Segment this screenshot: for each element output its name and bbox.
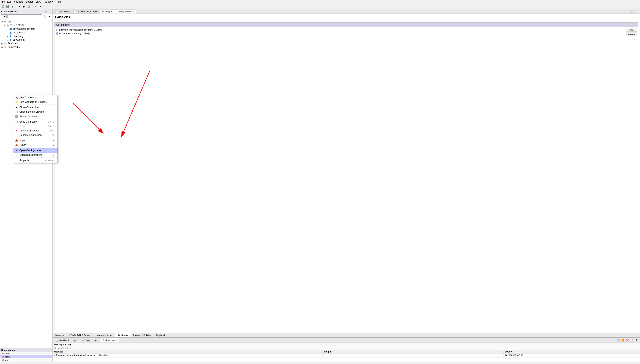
ctx-open-config[interactable]: ⚙ Open Configuration <box>13 148 58 153</box>
menu-help[interactable]: Help <box>56 0 61 3</box>
menu-ldap[interactable]: LDAP <box>36 0 42 3</box>
toolbar-forward[interactable]: ▶ <box>22 4 26 8</box>
log-btn-4[interactable]: 💾 <box>630 338 634 342</box>
config-tab-password[interactable]: Password Policies <box>131 333 154 337</box>
log-btn-5[interactable]: 🗑 <box>634 338 638 342</box>
partitions-body: All Partitions 🗄 example (dc=example,dc=… <box>53 21 640 333</box>
toolbar-back[interactable]: ◀ <box>17 4 21 8</box>
ctx-paste[interactable]: Paste Ctrl+V <box>13 124 58 128</box>
log-btn-3[interactable]: ❌ <box>625 338 629 342</box>
conn-item-1[interactable]: 🖥 heng <box>0 355 53 358</box>
toolbar-btn-b[interactable]: ⬇ <box>39 4 43 8</box>
partition-add-btn[interactable]: Add <box>626 28 637 32</box>
tree-dc-example[interactable]: 🔵 dc=example,dc=com <box>0 27 53 31</box>
main-container: LDAP Browser − □ = 🔍 ✖ ▼ 🗂 DIT <box>0 9 640 362</box>
config-tab-overview[interactable]: Overview <box>53 333 67 337</box>
partition-item-0[interactable]: 🗄 example (dc=example,dc=com) [JDBM] <box>55 28 624 32</box>
menu-search[interactable]: Search <box>26 0 33 3</box>
tree-bookmarks[interactable]: ▶ 🔖 Bookmarks <box>0 45 53 49</box>
toolbar-btn-a[interactable]: ⬆ <box>34 4 38 8</box>
ctx-properties[interactable]: Properties Alt+Enter <box>13 158 58 162</box>
root-dse-toggle[interactable]: ▼ <box>3 24 6 26</box>
tree-root-dse[interactable]: ▼ 🏠 Root DSE (5) <box>0 24 53 27</box>
toolbar-save[interactable]: 💾 <box>6 4 10 8</box>
conn-list-header: Connections <box>0 348 53 352</box>
error-icon-0: ⊗ <box>54 354 56 356</box>
ou-system-toggle[interactable]: ▶ <box>6 39 9 41</box>
ctx-import[interactable]: 📥 Import ▶ <box>13 138 58 143</box>
ctx-delete-connection[interactable]: ✖ Delete Connection Delete <box>13 128 58 133</box>
tab-config-close[interactable]: ✕ <box>132 10 134 13</box>
ctx-new-connection[interactable]: 🔌 New Connection... <box>13 95 58 100</box>
tab-maximize-btn[interactable]: □ <box>634 10 638 14</box>
tab-dc-example-label: dc=example,dc=com <box>77 10 98 13</box>
tree-dit[interactable]: ▼ 🗂 DIT <box>0 20 53 24</box>
partitions-buttons: Add Delete <box>625 27 638 331</box>
ctx-import-arrow: ▶ <box>53 139 54 142</box>
bookmarks-toggle[interactable]: ▶ <box>1 46 4 48</box>
log-row-0[interactable]: ⊗ Problems occurred when invoking cc org… <box>53 354 640 358</box>
menu-file[interactable]: File <box>1 0 5 3</box>
filter-clear-btn[interactable]: ✕ <box>636 346 639 350</box>
ctx-paste-icon <box>15 124 18 128</box>
error-log-close[interactable]: ✕ <box>115 339 117 341</box>
config-tab-ldap[interactable]: LDAP/LDAPS Servers <box>67 333 94 337</box>
tree-ou-schema[interactable]: 👤 ou=schema <box>0 31 53 34</box>
tree-ou-config[interactable]: ▶ 👤 ou=config <box>0 34 53 38</box>
ctx-copy-connection[interactable]: 📋 Copy Connection Ctrl+C <box>13 120 58 124</box>
ctx-paste-shortcut: Ctrl+V <box>48 125 54 128</box>
tab-dc-example[interactable]: 📄 dc=example,dc=com <box>72 9 100 14</box>
bottom-tab-mod-logs[interactable]: 📝 Modification Logs <box>54 338 79 342</box>
toolbar-new[interactable]: 🆕 <box>1 4 5 8</box>
dit-toggle[interactable]: ▼ <box>1 21 4 23</box>
log-btn-1[interactable]: 📋 <box>616 338 620 342</box>
conn-item-2[interactable]: 🖥 test <box>0 358 53 362</box>
context-menu: 🔌 New Connection... 📁 New Connection Fol… <box>13 95 58 163</box>
ctx-rename[interactable]: Rename Connection... F2 <box>13 133 58 137</box>
config-tab-partitions[interactable]: Partitions <box>115 333 131 337</box>
tree-ou-system[interactable]: ▶ 👤 ou=system <box>0 38 53 42</box>
log-btn-2[interactable]: 🔽 <box>621 338 625 342</box>
ldap-search-btn[interactable]: 🔍 <box>43 14 47 18</box>
config-tab-replication[interactable]: Replication <box>154 333 170 337</box>
bottom-tab-error-log[interactable]: ⚠ Error Log ✕ <box>100 338 119 342</box>
tab-minimize-btn[interactable]: _ <box>630 10 634 14</box>
filter-input[interactable] <box>58 347 635 349</box>
ldap-clear-btn[interactable]: ✖ <box>48 14 52 18</box>
menu-navigate[interactable]: Navigate <box>14 0 23 3</box>
menu-edit[interactable]: Edit <box>7 0 11 3</box>
ctx-new-folder[interactable]: 📁 New Connection Folder... <box>13 100 58 104</box>
bottom-tab-search-logs[interactable]: 🔍 Search Logs <box>79 338 100 342</box>
ctx-reload-schema[interactable]: 🔄 Reload Schema <box>13 114 58 118</box>
ldap-filter-input[interactable] <box>8 14 42 18</box>
partition-delete-btn[interactable]: Delete <box>626 32 637 36</box>
partition-item-1[interactable]: 🗄 system (ou=system) [JDBM] <box>55 32 624 36</box>
dit-icon: 🗂 <box>4 20 7 23</box>
searches-label: Searches <box>8 42 18 45</box>
ctx-sep-3 <box>13 138 58 138</box>
conn-item-0[interactable]: 🖥 Conn <box>0 352 53 355</box>
mod-logs-icon: 📝 <box>56 339 59 342</box>
tab-config[interactable]: ⚙ henghe-02 - Configuration ✕ <box>100 9 136 14</box>
ldap-filter-select[interactable]: = <box>1 14 7 18</box>
ldap-maximize-btn[interactable]: □ <box>48 10 51 13</box>
ctx-open-schema[interactable]: 📋 Open Schema Browser <box>13 110 58 114</box>
ctx-extended-ops[interactable]: Extended Operations ▶ <box>13 153 58 157</box>
partition-icon-0: 🗄 <box>56 29 58 31</box>
ldap-collapse-btn[interactable]: − <box>44 10 48 13</box>
tab-root-dse-label: Root DSE <box>59 10 69 13</box>
ctx-close-connection[interactable]: ✖ Close Connection <box>13 105 58 110</box>
tree-searches[interactable]: ▶ 🔍 Searches <box>0 42 53 45</box>
date-sort-icon[interactable]: ▼ <box>511 350 513 353</box>
ctx-export[interactable]: 📤 Export ▶ <box>13 143 58 147</box>
tab-root-dse[interactable]: 📄 Root DSE <box>54 9 71 14</box>
searches-toggle[interactable]: ▶ <box>1 42 4 45</box>
config-tab-kerberos[interactable]: Kerberos Server <box>94 333 115 337</box>
partitions-table-header: All Partitions <box>54 22 638 27</box>
toolbar-refresh[interactable]: 🔄 <box>27 4 31 8</box>
menu-window[interactable]: Window <box>45 0 54 3</box>
ou-config-toggle[interactable]: ▶ <box>6 35 9 38</box>
toolbar-btn3[interactable]: 🖨 <box>11 4 15 8</box>
search-logs-icon: 🔍 <box>82 339 84 342</box>
ctx-delete-icon: ✖ <box>15 129 18 132</box>
